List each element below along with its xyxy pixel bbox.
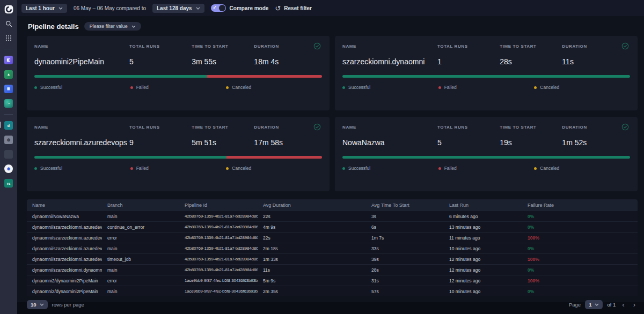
compare-mode-toggle[interactable]: ✓ — [211, 4, 226, 12]
card-header-name: NAME — [34, 44, 129, 49]
chevron-down-icon — [58, 7, 63, 10]
last-run-cell: 12 minutes ago — [444, 278, 522, 283]
name-cell: dynaomni2/dynaomini2PipeMain — [27, 289, 102, 294]
branch-cell: continue_on_error — [102, 225, 179, 230]
green-media-app-icon[interactable]: ▴ — [4, 70, 13, 79]
card-header-total-runs: TOTAL RUNS — [129, 44, 192, 49]
previous-page-button[interactable]: ‹ — [620, 301, 626, 308]
pipeline-id-cell: 1ace9bb9-9f87-4fec-b5f8-30436f63b93b/9 — [179, 278, 258, 283]
successful-bar-segment — [342, 75, 630, 78]
filter-value-dropdown[interactable]: Please filter value — [84, 22, 141, 31]
col-header-last-run[interactable]: Last Run — [444, 203, 522, 208]
legend-successful: Successful — [342, 85, 438, 90]
app-sidebar: ◧ ▴ ⊞ ◔ d ◍ ◉ rs — [0, 0, 17, 314]
avg-duration-cell: 1m 33s — [258, 257, 366, 262]
col-header-avg-time-to-start[interactable]: Avg Time To Start — [366, 203, 444, 208]
table-row[interactable]: dynaomni2/dynaomini2PipeMainerror1ace9bb… — [27, 275, 638, 286]
pipeline-id-cell: 1ace9bb9-9f87-4fec-b5f8-30436f63b93b/9 — [179, 289, 258, 294]
pipeline-card: NAME TOTAL RUNS TIME TO START DURATION d… — [27, 36, 330, 110]
teal-d-app-icon-active[interactable]: d — [4, 121, 13, 130]
canceled-dot-icon — [534, 167, 537, 170]
table-row[interactable]: dynaomni/szarzeckiomni.azuredevopscontin… — [27, 221, 638, 232]
time-range-value: Last 1 hour — [26, 5, 55, 11]
toggle-check-icon: ✓ — [213, 5, 217, 10]
sidebar-divider — [4, 49, 13, 49]
canceled-dot-icon — [226, 167, 229, 170]
col-header-name[interactable]: Name — [27, 203, 102, 208]
dark-placeholder-app-icon[interactable] — [4, 149, 13, 159]
teal-globe-app-icon[interactable]: ◔ — [4, 99, 13, 108]
check-circle-icon — [313, 42, 322, 50]
chevron-down-icon — [196, 7, 200, 10]
teal-rs-app-icon[interactable]: rs — [4, 178, 13, 188]
card-header-total-runs: TOTAL RUNS — [129, 125, 192, 130]
branch-cell: error — [102, 278, 179, 283]
page-number-dropdown[interactable]: 1 — [585, 300, 603, 309]
table-row[interactable]: dynaomni/NowaNazwamain42b80769-1359-4b21… — [27, 211, 638, 221]
col-header-branch[interactable]: Branch — [102, 203, 179, 208]
card-header-duration: DURATION — [562, 125, 621, 130]
pipeline-id-cell: 42b80769-1359-4b21-81a7-bd28984d86af/1 — [179, 267, 258, 272]
col-header-failure-rate[interactable]: Failure Rate — [522, 203, 638, 208]
table-footer: 10 rows per page Page 1 of 1 ‹ › — [27, 300, 638, 309]
card-pipeline-name: dynaomini2PipeMain — [34, 57, 129, 66]
gray-app-icon[interactable]: ◍ — [4, 135, 13, 145]
main-content: Pipeline details Please filter value NAM… — [17, 16, 644, 314]
card-header-duration: DURATION — [562, 44, 621, 49]
apps-grid-icon[interactable] — [4, 33, 13, 43]
legend-successful: Successful — [342, 166, 438, 171]
run-status-bar — [34, 75, 322, 78]
name-cell: dynaomni/NowaNazwa — [27, 214, 102, 219]
branch-cell: error — [102, 235, 179, 241]
branch-cell: main — [102, 246, 179, 251]
rows-per-page-dropdown[interactable]: 10 — [27, 300, 48, 309]
purple-cube-app-icon[interactable]: ◧ — [4, 55, 13, 65]
name-cell: dynaomni/szarzeckiomni.azuredevops — [27, 225, 102, 230]
pipeline-id-cell: 42b80769-1359-4b21-81a7-bd28984d86af/8 — [179, 214, 258, 219]
toggle-knob — [219, 5, 225, 11]
avg-time-to-start-cell: 39s — [366, 257, 444, 262]
table-row[interactable]: dynaomni/szarzeckiomni.azuredevopstimeou… — [27, 253, 638, 264]
pipelines-table: Name Branch Pipeline Id Avg Duration Avg… — [27, 199, 638, 296]
col-header-pipeline-id[interactable]: Pipeline Id — [179, 203, 258, 208]
card-duration: 11s — [562, 57, 621, 66]
card-header-duration: DURATION — [254, 125, 313, 130]
legend-failed: Failed — [438, 85, 535, 90]
table-row[interactable]: dynaomni2/dynaomini2PipeMainmain1ace9bb9… — [27, 286, 638, 296]
reset-filter-label: Reset filter — [284, 5, 312, 11]
last-run-cell: 11 minutes ago — [444, 235, 522, 241]
card-total-runs: 5 — [437, 138, 500, 147]
table-row[interactable]: dynaomni/szarzeckiomni.dynaomnimain42b80… — [27, 264, 638, 275]
active-app-indicator — [0, 122, 1, 128]
col-header-avg-duration[interactable]: Avg Duration — [258, 203, 366, 208]
card-header-duration: DURATION — [254, 44, 313, 49]
branch-cell: timeout_job — [102, 257, 179, 262]
search-icon[interactable] — [4, 19, 13, 28]
card-pipeline-name: szarzeckiomni.dynaomni — [342, 57, 437, 66]
compare-range-dropdown[interactable]: Last 128 days — [152, 4, 204, 13]
time-range-dropdown[interactable]: Last 1 hour — [21, 4, 67, 13]
reset-filter-button[interactable]: ↺ Reset filter — [275, 5, 312, 12]
failed-dot-icon — [438, 167, 441, 170]
blue-grid-app-icon[interactable]: ⊞ — [4, 84, 13, 94]
card-header-time-to-start: TIME TO START — [500, 44, 562, 49]
failed-dot-icon — [130, 86, 133, 89]
white-circle-app-icon[interactable]: ◉ — [4, 164, 13, 174]
next-page-button[interactable]: › — [631, 301, 638, 308]
card-time-to-start: 3m 55s — [192, 57, 254, 66]
dynatrace-logo-icon[interactable] — [4, 4, 13, 14]
canceled-dot-icon — [226, 86, 229, 89]
chevron-down-icon — [131, 25, 136, 28]
avg-duration-cell: 2m 35s — [258, 289, 366, 294]
check-circle-icon — [313, 123, 322, 131]
card-header-name: NAME — [342, 125, 437, 130]
avg-time-to-start-cell: 33s — [366, 246, 444, 251]
branch-cell: main — [102, 289, 179, 294]
filter-value-placeholder: Please filter value — [90, 24, 128, 29]
table-row[interactable]: dynaomni/szarzeckiomni.azuredevopsmain42… — [27, 243, 638, 253]
pipeline-card: NAME TOTAL RUNS TIME TO START DURATION N… — [335, 117, 638, 191]
card-duration: 18m 4s — [254, 57, 313, 66]
successful-dot-icon — [342, 86, 345, 89]
chevron-down-icon — [595, 303, 599, 306]
table-row[interactable]: dynaomni/szarzeckiomni.azuredevopserror4… — [27, 232, 638, 243]
